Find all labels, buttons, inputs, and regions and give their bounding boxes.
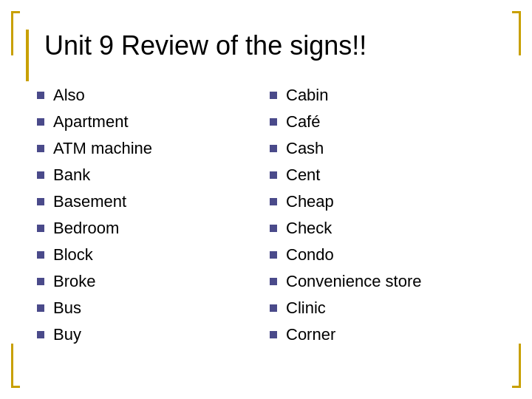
item-label: Apartment: [53, 112, 129, 132]
list-item: Cabin: [270, 83, 502, 107]
list-item: ATM machine: [37, 137, 270, 160]
item-label: Bank: [53, 166, 90, 185]
page-title: Unit 9 Review of the signs!!: [44, 30, 502, 61]
list-item: Café: [270, 110, 502, 134]
slide: Unit 9 Review of the signs!! AlsoApartme…: [0, 0, 532, 399]
list-item: Bedroom: [37, 216, 270, 240]
bullet-icon: [270, 92, 277, 99]
item-label: Basement: [53, 192, 126, 211]
bracket-top-left: [11, 11, 20, 55]
bullet-icon: [37, 278, 44, 285]
list-item: Block: [37, 243, 270, 267]
bracket-bottom-right: [512, 344, 521, 388]
item-label: Cabin: [286, 86, 328, 105]
bullet-icon: [270, 251, 277, 259]
item-label: Convenience store: [286, 272, 421, 291]
list-item: Buy: [37, 323, 270, 347]
list-item: Basement: [37, 190, 270, 214]
item-label: ATM machine: [53, 139, 152, 158]
list-item: Bank: [37, 163, 270, 187]
item-label: Bus: [53, 299, 81, 318]
item-label: Also: [53, 86, 85, 105]
bullet-icon: [270, 331, 277, 338]
item-label: Café: [286, 112, 320, 132]
list-item: Cash: [270, 137, 502, 160]
bullet-icon: [37, 171, 44, 179]
bullet-icon: [37, 225, 44, 232]
item-label: Cheap: [286, 192, 334, 211]
list-item: Convenience store: [270, 270, 502, 293]
item-label: Cent: [286, 166, 320, 185]
list-item: Clinic: [270, 296, 502, 320]
list-item: Cent: [270, 163, 502, 187]
item-label: Condo: [286, 245, 334, 265]
bullet-icon: [37, 331, 44, 338]
list-item: Apartment: [37, 110, 270, 134]
list-item: Also: [37, 83, 270, 107]
item-label: Buy: [53, 325, 81, 344]
item-label: Corner: [286, 325, 335, 344]
bullet-icon: [270, 118, 277, 126]
bullet-icon: [37, 145, 44, 152]
item-label: Bedroom: [53, 219, 119, 238]
left-accent-bar: [26, 30, 29, 81]
content-area: AlsoApartmentATM machineBankBasementBedr…: [37, 83, 502, 347]
item-label: Check: [286, 219, 332, 238]
left-column: AlsoApartmentATM machineBankBasementBedr…: [37, 83, 270, 347]
bullet-icon: [270, 171, 277, 179]
list-item: Broke: [37, 270, 270, 293]
bullet-icon: [37, 92, 44, 99]
bullet-icon: [37, 304, 44, 312]
right-column: CabinCaféCashCentCheapCheckCondoConvenie…: [270, 83, 502, 347]
bullet-icon: [37, 198, 44, 205]
item-label: Broke: [53, 272, 95, 291]
item-label: Clinic: [286, 299, 326, 318]
list-item: Bus: [37, 296, 270, 320]
bullet-icon: [270, 278, 277, 285]
item-label: Block: [53, 245, 93, 265]
list-item: Condo: [270, 243, 502, 267]
bullet-icon: [270, 145, 277, 152]
item-label: Cash: [286, 139, 324, 158]
bullet-icon: [270, 304, 277, 312]
list-item: Cheap: [270, 190, 502, 214]
list-item: Corner: [270, 323, 502, 347]
list-item: Check: [270, 216, 502, 240]
bullet-icon: [270, 198, 277, 205]
bullet-icon: [37, 251, 44, 259]
bullet-icon: [270, 225, 277, 232]
bullet-icon: [37, 118, 44, 126]
bracket-top-right: [512, 11, 521, 55]
bracket-bottom-left: [11, 344, 20, 388]
